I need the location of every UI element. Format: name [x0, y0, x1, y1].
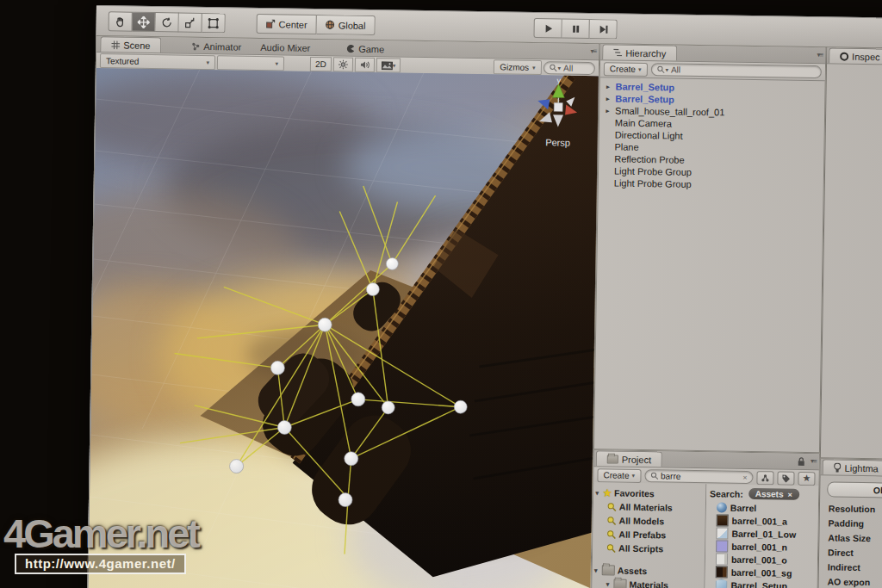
- chevron-down-icon: ▾: [638, 65, 642, 72]
- move-icon: [138, 15, 150, 28]
- project-create-button[interactable]: Create▾: [597, 468, 641, 483]
- results-header: Search: Assets×: [706, 486, 818, 502]
- hierarchy-item[interactable]: Light Probe Group: [599, 176, 823, 192]
- space-toggle-button[interactable]: Global: [317, 15, 376, 35]
- search-by-type-button[interactable]: [756, 471, 773, 485]
- lightmap-field-label: Direct: [819, 544, 882, 560]
- chevron-down-icon: ▾: [532, 64, 536, 71]
- material-icon: [717, 502, 727, 512]
- asset-result-row[interactable]: Barrel_01_Low: [705, 526, 817, 541]
- rect-tool-button[interactable]: [202, 13, 226, 33]
- tag-icon: [782, 473, 791, 482]
- texture-icon: [716, 553, 728, 565]
- favorite-search-button[interactable]: ★: [798, 471, 815, 485]
- asset-result-row[interactable]: barrel_001_o: [705, 552, 817, 566]
- chevron-down-icon: ▾: [206, 59, 209, 66]
- asset-result-row[interactable]: barrel_001_n: [705, 539, 817, 554]
- rotate-icon: [161, 16, 173, 28]
- shading-mode-dropdown[interactable]: Textured▾: [100, 53, 215, 70]
- pivot-toggle-button[interactable]: Center: [257, 14, 317, 34]
- play-button[interactable]: [533, 18, 562, 39]
- close-icon[interactable]: ×: [787, 490, 792, 498]
- collapse-arrow-icon[interactable]: ▼: [604, 581, 611, 587]
- unity-editor-window: Center Global Scene: [87, 5, 882, 588]
- pause-icon: [570, 23, 581, 34]
- gizmo-projection-label[interactable]: Persp: [545, 137, 570, 147]
- tree-item[interactable]: All Scripts: [593, 541, 705, 556]
- watermark-logo: 4Gamer.net: [3, 510, 198, 557]
- folder-icon: [607, 455, 618, 463]
- panel-menu-icon[interactable]: ▾≡: [811, 457, 817, 465]
- lightmap-field-label: Padding: [820, 515, 882, 531]
- tab-hierarchy[interactable]: Hierarchy: [602, 44, 677, 60]
- create-label: Create: [610, 64, 636, 73]
- panel-menu-icon[interactable]: ▾≡: [590, 47, 596, 55]
- collapse-arrow-icon[interactable]: ▼: [593, 567, 599, 573]
- toggle-2d-button[interactable]: 2D: [310, 57, 332, 71]
- tab-animator[interactable]: Animator: [181, 39, 252, 54]
- clear-search-icon[interactable]: ×: [742, 473, 747, 481]
- scale-icon: [184, 16, 196, 28]
- lock-icon[interactable]: [798, 457, 805, 467]
- search-icon: [650, 472, 658, 480]
- expand-arrow-icon[interactable]: ►: [606, 84, 614, 90]
- scene-lighting-button[interactable]: [333, 57, 353, 71]
- project-body: ▼★Favorites All Materials All Models All…: [592, 482, 819, 588]
- playback-controls: [533, 18, 617, 40]
- tab-audio-mixer[interactable]: Audio Mixer: [250, 40, 320, 55]
- project-search-input[interactable]: barre ×: [644, 469, 754, 484]
- image-icon: [382, 61, 393, 70]
- tab-project[interactable]: Project: [596, 450, 663, 467]
- expand-arrow-icon[interactable]: ►: [605, 96, 613, 102]
- object-mode-button[interactable]: Obje: [827, 481, 882, 498]
- hand-tool-button[interactable]: [109, 11, 133, 31]
- search-filter-icon: [607, 502, 617, 511]
- hierarchy-create-button[interactable]: Create▾: [604, 62, 648, 77]
- gizmos-dropdown[interactable]: Gizmos▾: [494, 59, 542, 75]
- tab-scene[interactable]: Scene: [100, 36, 161, 53]
- search-icon: ▾: [550, 64, 562, 71]
- scene-search-input[interactable]: ▾ All: [543, 61, 595, 75]
- scene-effects-dropdown[interactable]: ▾: [376, 58, 401, 72]
- search-scope-pill[interactable]: Assets×: [748, 488, 799, 500]
- scene-audio-button[interactable]: [355, 58, 375, 72]
- tree-item[interactable]: ▼Materials: [592, 577, 704, 588]
- expand-arrow-icon[interactable]: ►: [605, 108, 613, 114]
- move-tool-button[interactable]: [133, 12, 156, 32]
- pause-button[interactable]: [562, 18, 589, 38]
- tab-lightmapping[interactable]: Lightma: [823, 459, 882, 475]
- collapse-arrow-icon[interactable]: ▼: [593, 490, 600, 496]
- chevron-down-icon: ▾: [631, 472, 635, 479]
- lightmap-field-label: Atlas Size: [819, 529, 882, 546]
- star-icon: ★: [603, 487, 612, 498]
- lightmapping-panel: Lightma Obje Resolution Padding Atlas Si…: [817, 458, 882, 588]
- chevron-down-icon: ▾: [393, 62, 396, 69]
- render-mode-dropdown[interactable]: ▾: [217, 55, 284, 71]
- hierarchy-search-input[interactable]: ▾ All: [650, 63, 822, 78]
- tab-game[interactable]: Game: [336, 40, 394, 56]
- folder-icon: [602, 565, 615, 575]
- tab-animator-label: Animator: [203, 40, 241, 52]
- gizmo-axis-label: y: [556, 76, 561, 84]
- scene-search-value: All: [563, 64, 573, 73]
- asset-result-row[interactable]: barrel_001_a: [706, 513, 818, 528]
- project-tabbar: Project ▾≡: [594, 450, 819, 470]
- scale-tool-button[interactable]: [179, 13, 202, 33]
- texture-icon: [717, 514, 729, 526]
- asset-result-row[interactable]: barrel_001_sg: [705, 565, 817, 579]
- space-label: Global: [339, 20, 366, 30]
- panel-menu-icon[interactable]: ▾≡: [817, 51, 823, 59]
- transform-tools: [109, 11, 226, 33]
- step-button[interactable]: [589, 19, 617, 39]
- sub-assets-icon: [761, 473, 770, 482]
- shading-mode-label: Textured: [106, 56, 140, 66]
- search-by-label-button[interactable]: [777, 471, 794, 485]
- texture-icon: [716, 566, 728, 578]
- scene-icon: [111, 40, 120, 49]
- project-tree: ▼★Favorites All Materials All Models All…: [592, 482, 707, 588]
- tab-inspector[interactable]: Inspec: [829, 47, 882, 64]
- tab-scene-label: Scene: [123, 40, 150, 50]
- asset-result-row[interactable]: Barrel_Setup: [705, 578, 817, 588]
- rect-tool-icon: [208, 17, 220, 29]
- rotate-tool-button[interactable]: [156, 12, 179, 32]
